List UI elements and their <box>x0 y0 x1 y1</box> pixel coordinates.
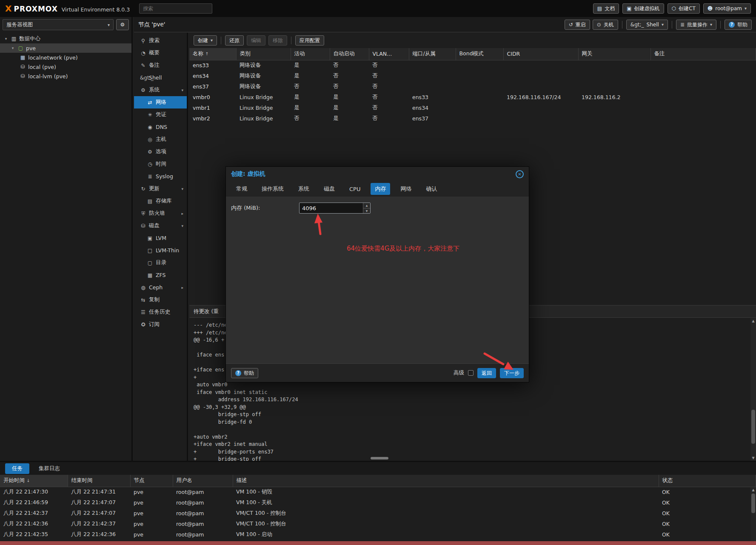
dialog-title-bar[interactable]: 创建: 虚拟机 ✕ <box>226 167 529 181</box>
menu-item-shell[interactable]: &gt;_ Shell <box>134 71 187 84</box>
tree-item-local[interactable]: ⛁ local (pve) <box>0 62 131 71</box>
scroll-up-icon[interactable]: ▲ <box>752 488 754 492</box>
table-row[interactable]: vmbr1 Linux Bridge 是 是 否 ens34 <box>189 103 756 113</box>
create-ct-button[interactable]: ⬡ 创建CT <box>668 3 700 14</box>
apply-config-button[interactable]: 应用配置 <box>295 35 324 46</box>
menu-item-task-history[interactable]: ☰ 任务历史 <box>134 306 187 318</box>
menu-item-syslog[interactable]: ≣ Syslog <box>134 170 187 183</box>
menu-item-repositories[interactable]: ▤ 存储库 <box>134 195 187 207</box>
column-header-bond-mode[interactable]: Bond模式 <box>456 48 503 60</box>
scroll-down-icon[interactable]: ▼ <box>752 456 754 460</box>
menu-item-lvm[interactable]: ▣ LVM <box>134 232 187 244</box>
column-header-ports[interactable]: 端口/从属 <box>409 48 456 60</box>
bulk-actions-button[interactable]: ≣ 批量操作 ▾ <box>676 20 716 30</box>
view-selector[interactable]: 服务器视图 ▾ <box>3 19 114 30</box>
column-header-start-time[interactable]: 开始时间↓ <box>0 475 68 487</box>
task-row[interactable]: 八月 22 21:42:35 八月 22 21:42:36 pve root@p… <box>0 529 756 540</box>
global-search-input[interactable] <box>139 3 212 14</box>
dialog-help-button[interactable]: ? 帮助 <box>231 368 258 378</box>
create-button[interactable]: 创建 ▾ <box>194 35 217 46</box>
user-menu-button[interactable]: ☻ root@pam ▾ <box>703 3 751 14</box>
shell-button[interactable]: &gt;_ Shell ▾ <box>626 20 668 30</box>
remove-button[interactable]: 移除 <box>268 35 287 46</box>
menu-item-lvm-thin[interactable]: □ LVM-Thin <box>134 244 187 257</box>
menu-item-search[interactable]: ⚲ 搜索 <box>134 34 187 47</box>
table-row[interactable]: ens33 网络设备 是 否 否 <box>189 60 756 71</box>
task-row[interactable]: 八月 22 21:42:36 八月 22 21:42:37 pve root@p… <box>0 519 756 529</box>
menu-item-dns[interactable]: ◉ DNS <box>134 121 187 133</box>
menu-item-certificates[interactable]: ✳ 凭证 <box>134 108 187 121</box>
chevron-down-icon[interactable]: ▾ <box>181 88 183 92</box>
revert-button[interactable]: 还原 <box>225 35 244 46</box>
menu-item-system[interactable]: ⚙ 系统 ▾ <box>134 84 187 96</box>
help-button[interactable]: ? 帮助 <box>725 20 752 30</box>
expander-icon[interactable]: ▾ <box>10 46 15 50</box>
column-header-description[interactable]: 描述 <box>233 475 659 487</box>
memory-input[interactable] <box>300 203 363 213</box>
memory-spinner[interactable]: ▲ ▼ <box>299 203 371 214</box>
menu-item-summary[interactable]: ◔ 概要 <box>134 47 187 59</box>
column-header-comment[interactable]: 备注 <box>650 48 756 60</box>
menu-item-disks[interactable]: ⛁ 磁盘 ▾ <box>134 220 187 232</box>
menu-item-firewall[interactable]: ⛨ 防火墙 ▸ <box>134 207 187 220</box>
column-header-active[interactable]: 活动 <box>291 48 330 60</box>
tab-confirm[interactable]: 确认 <box>422 183 441 195</box>
table-row[interactable]: vmbr2 Linux Bridge 否 是 否 ens37 <box>189 113 756 124</box>
spinner-down-icon[interactable]: ▼ <box>363 208 370 214</box>
scroll-up-icon[interactable]: ▲ <box>752 319 754 323</box>
menu-item-replication[interactable]: ⇆ 复制 <box>134 294 187 306</box>
column-header-gateway[interactable]: 网关 <box>578 48 650 60</box>
column-header-name[interactable]: 名称↑ <box>189 48 236 60</box>
column-header-cidr[interactable]: CIDR <box>503 48 578 60</box>
column-header-status[interactable]: 状态 <box>659 475 756 487</box>
tab-memory[interactable]: 内存 <box>371 183 390 195</box>
column-header-vlan[interactable]: VLAN... <box>369 48 409 60</box>
menu-item-updates[interactable]: ↻ 更新 ▾ <box>134 183 187 195</box>
advanced-checkbox[interactable] <box>468 370 474 376</box>
tab-general[interactable]: 常规 <box>232 183 251 195</box>
menu-item-zfs[interactable]: ▦ ZFS <box>134 269 187 281</box>
create-vm-button[interactable]: ▣ 创建虚拟机 <box>622 3 664 14</box>
column-header-username[interactable]: 用户名 <box>173 475 233 487</box>
task-row[interactable]: 八月 22 21:42:37 八月 22 21:47:07 pve root@p… <box>0 508 756 519</box>
spinner-up-icon[interactable]: ▲ <box>363 203 370 208</box>
close-icon[interactable]: ✕ <box>516 170 524 178</box>
next-button[interactable]: 下一步 <box>500 368 524 378</box>
tab-tasks[interactable]: 任务 <box>5 463 29 474</box>
menu-item-subscription[interactable]: ✪ 订阅 <box>134 318 187 331</box>
task-row[interactable]: 八月 22 21:46:59 八月 22 21:47:07 pve root@p… <box>0 497 756 508</box>
menu-item-notes[interactable]: ✎ 备注 <box>134 59 187 71</box>
tree-item-datacenter[interactable]: ▾ ▥ 数据中心 <box>0 34 131 43</box>
task-row[interactable]: 八月 22 21:47:30 八月 22 21:47:31 pve root@p… <box>0 487 756 497</box>
chevron-right-icon[interactable]: ▸ <box>181 211 183 216</box>
tab-disks[interactable]: 磁盘 <box>320 183 339 195</box>
table-row[interactable]: ens37 网络设备 否 否 否 <box>189 81 756 92</box>
table-row[interactable]: ens34 网络设备 是 否 否 <box>189 71 756 81</box>
tab-os[interactable]: 操作系统 <box>257 183 288 195</box>
tab-cluster-log[interactable]: 集群日志 <box>32 463 67 474</box>
menu-item-options[interactable]: ⚙ 选项 <box>134 146 187 158</box>
column-header-type[interactable]: 类别 <box>236 48 291 60</box>
chevron-down-icon[interactable]: ▾ <box>181 187 183 191</box>
tab-system[interactable]: 系统 <box>294 183 314 195</box>
tab-cpu[interactable]: CPU <box>345 184 365 194</box>
tree-item-localnetwork[interactable]: ▦ localnetwork (pve) <box>0 53 131 62</box>
shutdown-button[interactable]: ⊙ 关机 <box>593 20 618 30</box>
scrollbar-thumb[interactable] <box>751 494 755 513</box>
expander-icon[interactable]: ▾ <box>3 37 9 41</box>
tree-settings-button[interactable]: ⚙ <box>116 19 129 30</box>
chevron-right-icon[interactable]: ▸ <box>181 285 183 290</box>
column-header-node[interactable]: 节点 <box>130 475 173 487</box>
menu-item-time[interactable]: ◷ 时间 <box>134 158 187 170</box>
edit-button[interactable]: 编辑 <box>247 35 265 46</box>
tab-network[interactable]: 网络 <box>396 183 416 195</box>
column-header-end-time[interactable]: 结束时间 <box>68 475 130 487</box>
column-header-autostart[interactable]: 自动启动 <box>330 48 369 60</box>
back-button[interactable]: 返回 <box>477 368 496 378</box>
menu-item-ceph[interactable]: ◍ Ceph ▸ <box>134 281 187 294</box>
scrollbar-thumb[interactable] <box>751 410 755 444</box>
menu-item-network[interactable]: ⇄ 网络 <box>134 96 187 108</box>
tree-item-local-lvm[interactable]: ⛁ local-lvm (pve) <box>0 71 131 81</box>
menu-item-directory[interactable]: ▢ 目录 <box>134 257 187 269</box>
tree-item-pve[interactable]: ▾ ▢ pve <box>0 43 131 53</box>
